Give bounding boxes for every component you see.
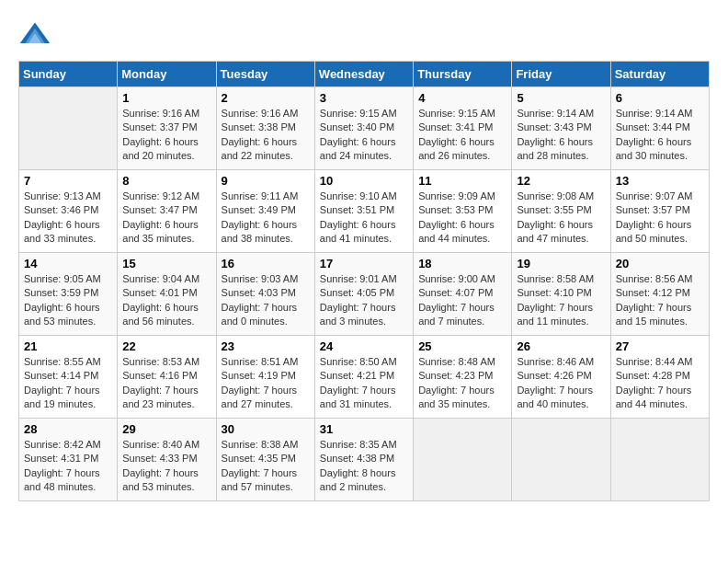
calendar-cell: 7Sunrise: 9:13 AM Sunset: 3:46 PM Daylig… xyxy=(19,170,118,253)
day-number: 13 xyxy=(616,174,704,188)
calendar-cell: 20Sunrise: 8:56 AM Sunset: 4:12 PM Dayli… xyxy=(610,253,709,336)
calendar-cell: 24Sunrise: 8:50 AM Sunset: 4:21 PM Dayli… xyxy=(314,336,413,419)
day-info: Sunrise: 8:40 AM Sunset: 4:33 PM Dayligh… xyxy=(122,438,210,495)
calendar-cell: 8Sunrise: 9:12 AM Sunset: 3:47 PM Daylig… xyxy=(118,170,216,253)
day-number: 15 xyxy=(122,257,210,270)
calendar-cell: 6Sunrise: 9:14 AM Sunset: 3:44 PM Daylig… xyxy=(610,87,709,170)
day-info: Sunrise: 9:13 AM Sunset: 3:46 PM Dayligh… xyxy=(24,190,112,247)
calendar-cell: 12Sunrise: 9:08 AM Sunset: 3:55 PM Dayli… xyxy=(512,170,610,253)
calendar-cell: 29Sunrise: 8:40 AM Sunset: 4:33 PM Dayli… xyxy=(118,419,216,501)
calendar-header: SundayMondayTuesdayWednesdayThursdayFrid… xyxy=(19,62,710,87)
calendar-cell: 19Sunrise: 8:58 AM Sunset: 4:10 PM Dayli… xyxy=(512,253,610,336)
calendar-cell: 11Sunrise: 9:09 AM Sunset: 3:53 PM Dayli… xyxy=(414,170,512,253)
calendar-cell: 9Sunrise: 9:11 AM Sunset: 3:49 PM Daylig… xyxy=(216,170,314,253)
day-info: Sunrise: 9:16 AM Sunset: 3:38 PM Dayligh… xyxy=(222,107,310,164)
calendar-week-4: 21Sunrise: 8:55 AM Sunset: 4:14 PM Dayli… xyxy=(19,336,710,419)
day-number: 12 xyxy=(517,174,605,188)
calendar-cell: 30Sunrise: 8:38 AM Sunset: 4:35 PM Dayli… xyxy=(216,419,314,501)
day-number: 16 xyxy=(222,257,310,270)
day-number: 4 xyxy=(418,91,506,105)
calendar-cell: 26Sunrise: 8:46 AM Sunset: 4:26 PM Dayli… xyxy=(512,336,610,419)
day-number: 27 xyxy=(616,339,704,353)
calendar-cell: 17Sunrise: 9:01 AM Sunset: 4:05 PM Dayli… xyxy=(314,253,413,336)
day-number: 23 xyxy=(222,339,310,353)
calendar-cell xyxy=(414,419,512,501)
day-number: 2 xyxy=(222,91,310,105)
day-number: 10 xyxy=(320,174,408,188)
calendar-cell xyxy=(610,419,709,501)
calendar-week-1: 1Sunrise: 9:16 AM Sunset: 3:37 PM Daylig… xyxy=(19,87,710,170)
day-number: 5 xyxy=(517,91,605,105)
calendar-cell: 10Sunrise: 9:10 AM Sunset: 3:51 PM Dayli… xyxy=(314,170,413,253)
day-info: Sunrise: 8:56 AM Sunset: 4:12 PM Dayligh… xyxy=(616,272,704,329)
day-info: Sunrise: 8:42 AM Sunset: 4:31 PM Dayligh… xyxy=(24,438,112,495)
day-info: Sunrise: 9:08 AM Sunset: 3:55 PM Dayligh… xyxy=(517,190,605,247)
day-info: Sunrise: 8:35 AM Sunset: 4:38 PM Dayligh… xyxy=(320,438,408,495)
calendar-cell: 14Sunrise: 9:05 AM Sunset: 3:59 PM Dayli… xyxy=(19,253,118,336)
day-info: Sunrise: 8:50 AM Sunset: 4:21 PM Dayligh… xyxy=(320,355,408,412)
day-info: Sunrise: 9:12 AM Sunset: 3:47 PM Dayligh… xyxy=(122,190,210,247)
weekday-header-saturday: Saturday xyxy=(610,62,709,87)
day-number: 22 xyxy=(122,339,210,353)
day-info: Sunrise: 9:15 AM Sunset: 3:41 PM Dayligh… xyxy=(418,107,506,164)
calendar-week-5: 28Sunrise: 8:42 AM Sunset: 4:31 PM Dayli… xyxy=(19,419,710,501)
calendar-cell: 5Sunrise: 9:14 AM Sunset: 3:43 PM Daylig… xyxy=(512,87,610,170)
day-number: 7 xyxy=(24,174,112,188)
day-info: Sunrise: 9:14 AM Sunset: 3:43 PM Dayligh… xyxy=(517,107,605,164)
calendar-cell xyxy=(512,419,610,501)
day-number: 20 xyxy=(616,257,704,270)
day-number: 9 xyxy=(222,174,310,188)
day-number: 31 xyxy=(320,422,408,436)
weekday-header-friday: Friday xyxy=(512,62,610,87)
day-info: Sunrise: 9:00 AM Sunset: 4:07 PM Dayligh… xyxy=(418,272,506,329)
day-info: Sunrise: 9:16 AM Sunset: 3:37 PM Dayligh… xyxy=(122,107,210,164)
day-info: Sunrise: 8:55 AM Sunset: 4:14 PM Dayligh… xyxy=(24,355,112,412)
calendar-cell: 15Sunrise: 9:04 AM Sunset: 4:01 PM Dayli… xyxy=(118,253,216,336)
calendar-cell: 22Sunrise: 8:53 AM Sunset: 4:16 PM Dayli… xyxy=(118,336,216,419)
day-number: 21 xyxy=(24,339,112,353)
day-number: 6 xyxy=(616,91,704,105)
day-number: 8 xyxy=(122,174,210,188)
day-info: Sunrise: 9:15 AM Sunset: 3:40 PM Dayligh… xyxy=(320,107,408,164)
calendar-cell: 28Sunrise: 8:42 AM Sunset: 4:31 PM Dayli… xyxy=(19,419,118,501)
day-number: 11 xyxy=(418,174,506,188)
weekday-header-thursday: Thursday xyxy=(414,62,512,87)
weekday-header-tuesday: Tuesday xyxy=(216,62,314,87)
day-info: Sunrise: 8:38 AM Sunset: 4:35 PM Dayligh… xyxy=(222,438,310,495)
day-info: Sunrise: 8:44 AM Sunset: 4:28 PM Dayligh… xyxy=(616,355,704,412)
day-info: Sunrise: 9:05 AM Sunset: 3:59 PM Dayligh… xyxy=(24,272,112,329)
calendar-cell: 18Sunrise: 9:00 AM Sunset: 4:07 PM Dayli… xyxy=(414,253,512,336)
day-number: 26 xyxy=(517,339,605,353)
calendar-cell: 1Sunrise: 9:16 AM Sunset: 3:37 PM Daylig… xyxy=(118,87,216,170)
logo xyxy=(18,18,55,52)
weekday-header-monday: Monday xyxy=(118,62,216,87)
weekday-header-wednesday: Wednesday xyxy=(314,62,413,87)
day-info: Sunrise: 8:58 AM Sunset: 4:10 PM Dayligh… xyxy=(517,272,605,329)
calendar-cell: 21Sunrise: 8:55 AM Sunset: 4:14 PM Dayli… xyxy=(19,336,118,419)
calendar-cell: 16Sunrise: 9:03 AM Sunset: 4:03 PM Dayli… xyxy=(216,253,314,336)
day-number: 1 xyxy=(122,91,210,105)
calendar-cell: 2Sunrise: 9:16 AM Sunset: 3:38 PM Daylig… xyxy=(216,87,314,170)
calendar-cell: 3Sunrise: 9:15 AM Sunset: 3:40 PM Daylig… xyxy=(314,87,413,170)
day-number: 29 xyxy=(122,422,210,436)
calendar-cell: 13Sunrise: 9:07 AM Sunset: 3:57 PM Dayli… xyxy=(610,170,709,253)
day-info: Sunrise: 8:46 AM Sunset: 4:26 PM Dayligh… xyxy=(517,355,605,412)
day-number: 30 xyxy=(222,422,310,436)
day-number: 3 xyxy=(320,91,408,105)
weekday-header-sunday: Sunday xyxy=(19,62,118,87)
day-number: 18 xyxy=(418,257,506,270)
day-info: Sunrise: 8:53 AM Sunset: 4:16 PM Dayligh… xyxy=(122,355,210,412)
day-number: 19 xyxy=(517,257,605,270)
day-info: Sunrise: 9:07 AM Sunset: 3:57 PM Dayligh… xyxy=(616,190,704,247)
day-info: Sunrise: 9:11 AM Sunset: 3:49 PM Dayligh… xyxy=(222,190,310,247)
logo-icon xyxy=(18,18,51,52)
day-number: 24 xyxy=(320,339,408,353)
day-info: Sunrise: 9:10 AM Sunset: 3:51 PM Dayligh… xyxy=(320,190,408,247)
calendar-cell: 4Sunrise: 9:15 AM Sunset: 3:41 PM Daylig… xyxy=(414,87,512,170)
page-header xyxy=(18,18,710,52)
calendar-cell: 27Sunrise: 8:44 AM Sunset: 4:28 PM Dayli… xyxy=(610,336,709,419)
calendar-table: SundayMondayTuesdayWednesdayThursdayFrid… xyxy=(18,61,710,501)
day-info: Sunrise: 8:51 AM Sunset: 4:19 PM Dayligh… xyxy=(222,355,310,412)
calendar-week-3: 14Sunrise: 9:05 AM Sunset: 3:59 PM Dayli… xyxy=(19,253,710,336)
calendar-cell: 23Sunrise: 8:51 AM Sunset: 4:19 PM Dayli… xyxy=(216,336,314,419)
